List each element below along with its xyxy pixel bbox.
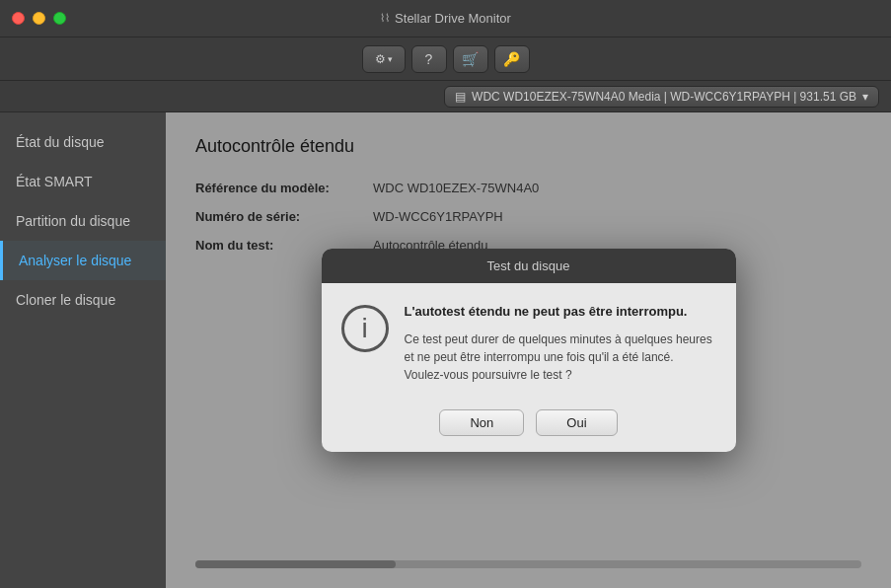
waveform-icon: ⌇⌇ [380,12,390,25]
help-button[interactable]: ? [411,45,447,73]
close-button[interactable] [12,12,25,25]
modal-main-text: L'autotest étendu ne peut pas être inter… [405,303,716,321]
modal-body: i L'autotest étendu ne peut pas être int… [322,283,736,400]
toolbar: ⚙ ▾ ? 🛒 🔑 [0,37,891,81]
drive-icon: ▤ [455,90,466,104]
drive-selector-dropdown[interactable]: ▤ WDC WD10EZEX-75WN4A0 Media | WD-WCC6Y1… [444,86,879,108]
key-icon: 🔑 [503,51,520,67]
content-area: Autocontrôle étendu Référence du modèle:… [166,112,891,588]
sidebar: État du disque État SMART Partition du d… [0,112,166,588]
sidebar-item-smart-state[interactable]: État SMART [0,162,166,201]
cart-button[interactable]: 🛒 [453,45,488,73]
chevron-down-icon: ▾ [388,54,393,64]
main-area: État du disque État SMART Partition du d… [0,112,891,588]
info-icon: i [341,305,389,352]
window-controls [12,12,66,25]
settings-button[interactable]: ⚙ ▾ [362,45,406,73]
modal-footer: Non Oui [322,400,736,452]
drive-label: WDC WD10EZEX-75WN4A0 Media | WD-WCC6Y1RP… [472,90,856,104]
gear-icon: ⚙ [375,52,386,66]
modal-dialog: Test du disque i L'autotest étendu ne pe… [322,249,736,452]
yes-button[interactable]: Oui [536,409,617,436]
modal-sub-text: Ce test peut durer de quelques minutes à… [405,331,716,384]
titlebar: ⌇⌇ Stellar Drive Monitor [0,0,891,37]
minimize-button[interactable] [33,12,45,25]
sidebar-item-clone-disk[interactable]: Cloner le disque [0,280,166,320]
no-button[interactable]: Non [439,409,524,436]
key-button[interactable]: 🔑 [494,45,530,73]
question-icon: ? [425,51,433,67]
sidebar-item-disk-state[interactable]: État du disque [0,122,166,162]
drive-selector-bar: ▤ WDC WD10EZEX-75WN4A0 Media | WD-WCC6Y1… [0,81,891,112]
maximize-button[interactable] [53,12,66,25]
sidebar-item-disk-partition[interactable]: Partition du disque [0,201,166,241]
modal-text-section: L'autotest étendu ne peut pas être inter… [405,303,716,384]
dropdown-arrow-icon: ▾ [862,90,868,104]
app-title: ⌇⌇ Stellar Drive Monitor [380,11,511,26]
modal-overlay: Test du disque i L'autotest étendu ne pe… [166,112,891,588]
sidebar-item-analyze-disk[interactable]: Analyser le disque [0,241,166,280]
modal-header: Test du disque [322,249,736,283]
cart-icon: 🛒 [462,51,479,67]
